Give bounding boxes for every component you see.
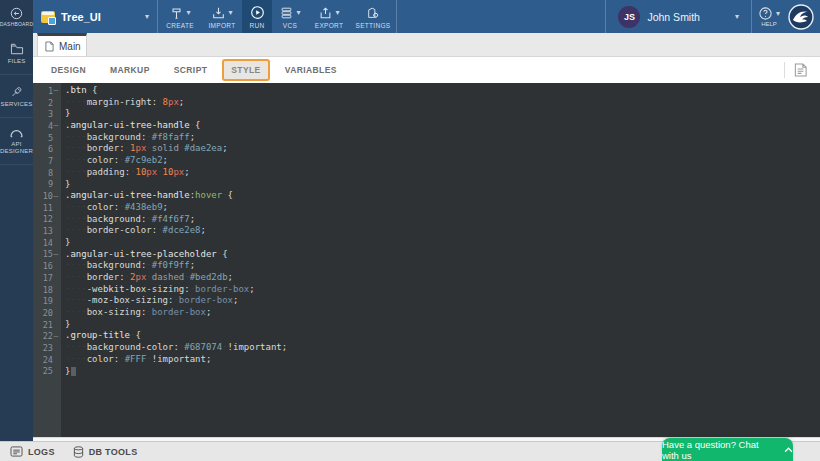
vcs-stack-icon — [279, 6, 294, 20]
gutter-line[interactable]: 7 — [33, 155, 61, 167]
gutter-line[interactable]: 10– — [33, 190, 61, 202]
tab-design[interactable]: DESIGN — [42, 59, 95, 81]
code-line: .angular-ui-tree-handle·{ — [65, 120, 820, 132]
gutter-line[interactable]: 2 — [33, 97, 61, 109]
gutter-line[interactable]: 5 — [33, 132, 61, 144]
db-tools-button[interactable]: DB TOOLS — [73, 446, 138, 458]
code-line: .btn·{ — [65, 85, 820, 97]
code-line: ····background:·#f4f6f7; — [65, 214, 820, 226]
code-line: } — [65, 319, 820, 331]
settings-button[interactable]: SETTINGS — [350, 0, 396, 33]
tab-script[interactable]: SCRIPT — [165, 59, 217, 81]
page-tab-bar: Main — [33, 33, 820, 57]
editor-mode-tabs: DESIGN MARKUP SCRIPT STYLE VARIABLES — [33, 57, 820, 83]
gutter-line[interactable]: 16 — [33, 260, 61, 272]
gutter-line[interactable]: 3 — [33, 108, 61, 120]
chevron-down-icon: ▾ — [335, 9, 339, 17]
page-icon — [45, 41, 54, 52]
chevron-down-icon: ▾ — [776, 10, 780, 18]
help-label: HELP — [761, 21, 777, 27]
sidebar-item-label: API DESIGNER — [0, 141, 33, 157]
tab-style[interactable]: STYLE — [222, 59, 269, 81]
chevron-down-icon: ▾ — [145, 13, 149, 21]
gutter-line[interactable]: 14 — [33, 237, 61, 249]
text-cursor — [71, 367, 76, 376]
fold-toggle-icon[interactable]: – — [53, 192, 59, 201]
fold-toggle-icon[interactable]: – — [53, 250, 59, 259]
gutter-line[interactable]: 6 — [33, 143, 61, 155]
logs-icon — [10, 446, 23, 457]
wavemaker-logo-icon — [788, 4, 814, 30]
create-label: CREATE — [166, 22, 194, 29]
logs-button[interactable]: LOGS — [10, 446, 55, 457]
export-button[interactable]: ▾ EXPORT — [308, 0, 350, 33]
tab-markup[interactable]: MARKUP — [101, 59, 159, 81]
gutter-line[interactable]: 25 — [33, 366, 61, 378]
gutter-line[interactable]: 4– — [33, 120, 61, 132]
run-button[interactable]: RUN — [242, 0, 272, 33]
gutter-line[interactable]: 22– — [33, 330, 61, 342]
code-line: } — [65, 179, 820, 191]
code-line: ····background:·#f0f9ff; — [65, 260, 820, 272]
gutter-line[interactable]: 1– — [33, 85, 61, 97]
code-line: ····border:·2px·dashed·#bed2db; — [65, 272, 820, 284]
style-code-editor: 1–234–5678910–1112131415–16171819202122–… — [33, 83, 820, 437]
editor-code[interactable]: .btn·{····margin-right:·8px;}.angular-ui… — [61, 83, 820, 437]
gutter-line[interactable]: 18 — [33, 284, 61, 296]
notes-document-icon[interactable] — [793, 62, 808, 78]
top-toolbar: DASHBOARD Tree_UI ▾ ▾ CREATE — [0, 0, 820, 33]
gutter-line[interactable]: 21 — [33, 319, 61, 331]
gutter-line[interactable]: 9 — [33, 179, 61, 191]
gutter-line[interactable]: 11 — [33, 202, 61, 214]
plug-icon — [10, 85, 24, 98]
gutter-line[interactable]: 15– — [33, 249, 61, 261]
tab-main[interactable]: Main — [37, 33, 87, 56]
code-line: ····background-color:·#687074·!important… — [65, 342, 820, 354]
code-line: ····background:·#f8faff; — [65, 132, 820, 144]
settings-label: SETTINGS — [356, 22, 391, 29]
dashboard-icon — [10, 7, 23, 20]
tab-variables[interactable]: VARIABLES — [276, 59, 346, 81]
fold-toggle-icon[interactable]: – — [53, 86, 59, 95]
import-label: IMPORT — [209, 22, 236, 29]
project-icon — [41, 11, 55, 23]
chevron-down-icon: ▾ — [735, 13, 739, 21]
settings-folder-icon — [366, 6, 381, 20]
code-line: ····box-sizing:·border-box; — [65, 307, 820, 319]
brand-area — [786, 0, 820, 33]
gutter-line[interactable]: 13 — [33, 225, 61, 237]
user-menu[interactable]: JS John Smith ▾ — [606, 0, 751, 33]
gutter-line[interactable]: 12 — [33, 214, 61, 226]
create-button[interactable]: ▾ CREATE — [158, 0, 202, 33]
gutter-line[interactable]: 20 — [33, 307, 61, 319]
gutter-line[interactable]: 19 — [33, 295, 61, 307]
subtab-divider — [784, 62, 785, 78]
gutter-line[interactable]: 23 — [33, 342, 61, 354]
project-selector[interactable]: Tree_UI ▾ — [33, 0, 157, 33]
sidebar-item-api-designer[interactable]: API DESIGNER — [0, 118, 33, 166]
gutter-line[interactable]: 8 — [33, 167, 61, 179]
fold-toggle-icon[interactable]: – — [53, 121, 59, 130]
code-line: ····color:·#FFF·!important; — [65, 354, 820, 366]
editor-gutter: 1–234–5678910–1112131415–16171819202122–… — [33, 83, 61, 437]
code-line: ····border:·1px·solid·#dae2ea; — [65, 143, 820, 155]
run-label: RUN — [250, 22, 265, 29]
code-line: .group-title·{ — [65, 330, 820, 342]
help-button[interactable]: ▾ HELP — [752, 0, 786, 33]
left-sidebar: FILES SERVICES API DESIGNER — [0, 33, 33, 441]
export-icon — [318, 6, 333, 20]
gutter-line[interactable]: 17 — [33, 272, 61, 284]
import-button[interactable]: ▾ IMPORT — [202, 0, 242, 33]
sidebar-item-services[interactable]: SERVICES — [0, 75, 33, 118]
code-line: .angular-ui-tree-handle:hover·{ — [65, 190, 820, 202]
code-line: ····color:·#438eb9; — [65, 202, 820, 214]
sidebar-item-files[interactable]: FILES — [0, 33, 33, 75]
fold-toggle-icon[interactable]: – — [53, 332, 59, 341]
chevron-down-icon: ▾ — [186, 9, 190, 17]
chat-launcher-button[interactable]: Have a question? Chat with us — [662, 438, 793, 461]
vcs-button[interactable]: ▾ VCS — [272, 0, 308, 33]
dashboard-button[interactable]: DASHBOARD — [0, 0, 33, 33]
gutter-line[interactable]: 24 — [33, 354, 61, 366]
chat-label: Have a question? Chat with us — [662, 439, 776, 461]
code-line: } — [65, 108, 820, 120]
